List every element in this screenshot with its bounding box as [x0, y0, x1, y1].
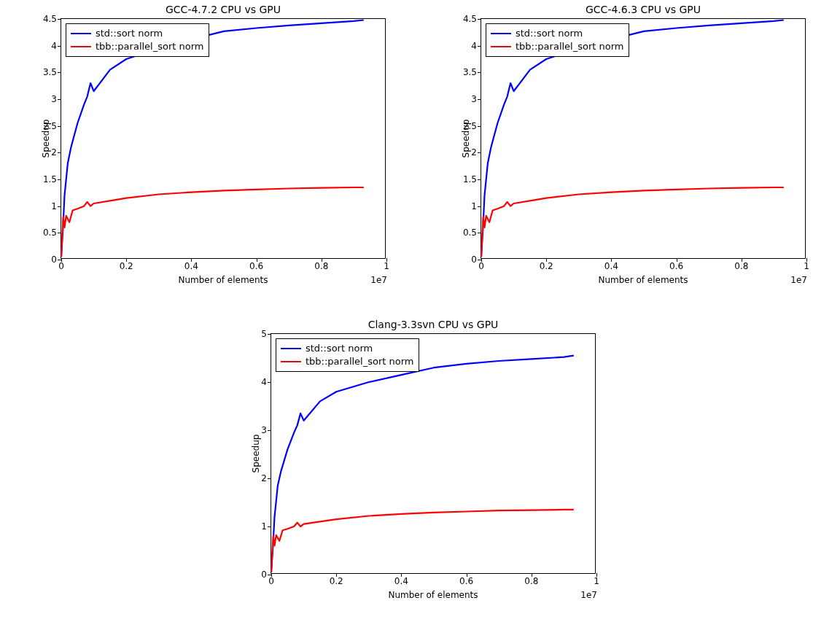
- y-tick: [58, 260, 61, 260]
- y-tick-label: 4: [51, 41, 57, 51]
- x-tick-label: 0.2: [540, 261, 553, 271]
- x-tick-label: 0.6: [459, 576, 473, 586]
- y-tick-label: 0: [261, 569, 267, 580]
- legend-entry: tbb::parallel_sort norm: [71, 40, 204, 53]
- legend-entry: std::sort norm: [491, 27, 624, 40]
- plot-area: 00.20.40.60.8100.511.522.533.544.5std::s…: [481, 18, 806, 259]
- y-tick-label: 0.5: [43, 228, 57, 238]
- x-tick-label: 0.6: [669, 261, 683, 271]
- x-axis-label: Number of elements: [61, 275, 386, 285]
- x-tick-label: 1: [384, 261, 389, 271]
- legend-swatch: [71, 33, 91, 34]
- chart-title: GCC-4.6.3 CPU vs GPU: [481, 4, 806, 15]
- y-tick-label: 0: [471, 254, 477, 265]
- legend: std::sort normtbb::parallel_sort norm: [276, 338, 419, 372]
- y-tick-label: 5: [261, 329, 267, 339]
- x-tick-label: 0.8: [314, 261, 328, 271]
- plot-area: 00.20.40.60.8100.511.522.533.544.5std::s…: [61, 18, 386, 259]
- plot-area: 00.20.40.60.81012345std::sort normtbb::p…: [271, 333, 596, 574]
- y-tick-label: 1: [471, 201, 477, 211]
- legend-swatch: [281, 361, 301, 362]
- y-tick-label: 2: [51, 147, 57, 158]
- chart-title: Clang-3.3svn CPU vs GPU: [271, 319, 596, 330]
- x-tick-label: 0.4: [394, 576, 408, 586]
- chart-1: 00.20.40.60.8100.511.522.533.544.5std::s…: [481, 18, 806, 259]
- legend-label: std::sort norm: [516, 27, 583, 40]
- x-offset-text: 1e7: [790, 275, 807, 285]
- legend: std::sort normtbb::parallel_sort norm: [66, 23, 209, 57]
- x-tick-label: 0: [268, 576, 274, 586]
- chart-0: 00.20.40.60.8100.511.522.533.544.5std::s…: [61, 18, 386, 259]
- legend: std::sort normtbb::parallel_sort norm: [486, 23, 629, 57]
- x-tick-label: 0.8: [734, 261, 748, 271]
- y-tick-label: 1: [51, 201, 57, 211]
- legend-label: tbb::parallel_sort norm: [516, 40, 624, 53]
- y-tick-label: 2: [261, 473, 267, 483]
- x-tick-label: 0.6: [249, 261, 263, 271]
- legend-label: tbb::parallel_sort norm: [96, 40, 204, 53]
- y-tick-label: 3: [471, 94, 477, 104]
- series-line: [61, 187, 364, 257]
- x-tick-label: 0.8: [524, 576, 538, 586]
- x-offset-text: 1e7: [580, 590, 597, 600]
- y-tick-label: 1.5: [43, 174, 57, 184]
- legend-label: std::sort norm: [96, 27, 163, 40]
- legend-entry: std::sort norm: [71, 27, 204, 40]
- y-tick-label: 3: [261, 425, 267, 435]
- x-tick-label: 0.4: [604, 261, 618, 271]
- x-tick-label: 0: [478, 261, 484, 271]
- legend-swatch: [491, 33, 511, 34]
- legend-entry: tbb::parallel_sort norm: [491, 40, 624, 53]
- legend-swatch: [491, 46, 511, 47]
- series-line: [481, 187, 784, 257]
- y-tick-label: 4: [471, 41, 477, 51]
- y-tick-label: 3: [51, 94, 57, 104]
- y-tick-label: 4.5: [43, 14, 57, 24]
- y-tick-label: 2: [471, 147, 477, 158]
- y-axis-label: Speedup: [41, 120, 51, 158]
- y-tick-label: 1.5: [463, 174, 477, 184]
- legend-swatch: [71, 46, 91, 47]
- y-tick: [268, 575, 271, 575]
- x-offset-text: 1e7: [370, 275, 387, 285]
- series-line: [271, 356, 574, 572]
- x-tick-label: 1: [804, 261, 809, 271]
- y-tick: [478, 260, 481, 260]
- x-tick-label: 0.2: [120, 261, 133, 271]
- x-axis-label: Number of elements: [481, 275, 806, 285]
- legend-label: tbb::parallel_sort norm: [306, 355, 414, 368]
- legend-entry: std::sort norm: [281, 342, 414, 355]
- chart-title: GCC-4.7.2 CPU vs GPU: [61, 4, 386, 15]
- x-axis-label: Number of elements: [271, 590, 596, 600]
- chart-2: 00.20.40.60.81012345std::sort normtbb::p…: [271, 333, 596, 574]
- y-tick-label: 0.5: [463, 228, 477, 238]
- legend-swatch: [281, 348, 301, 349]
- x-tick-label: 0: [58, 261, 64, 271]
- y-axis-label: Speedup: [461, 120, 471, 158]
- x-tick-label: 0.4: [184, 261, 198, 271]
- y-tick-label: 3.5: [43, 67, 57, 77]
- y-tick-label: 4: [261, 377, 267, 387]
- y-axis-label: Speedup: [251, 435, 261, 473]
- y-tick-label: 1: [261, 521, 267, 532]
- x-tick-label: 0.2: [330, 576, 343, 586]
- y-tick-label: 3.5: [463, 67, 477, 77]
- series-line: [271, 510, 574, 572]
- y-tick-label: 4.5: [463, 14, 477, 24]
- y-tick-label: 0: [51, 254, 57, 265]
- legend-entry: tbb::parallel_sort norm: [281, 355, 414, 368]
- legend-label: std::sort norm: [306, 342, 373, 355]
- x-tick-label: 1: [594, 576, 599, 586]
